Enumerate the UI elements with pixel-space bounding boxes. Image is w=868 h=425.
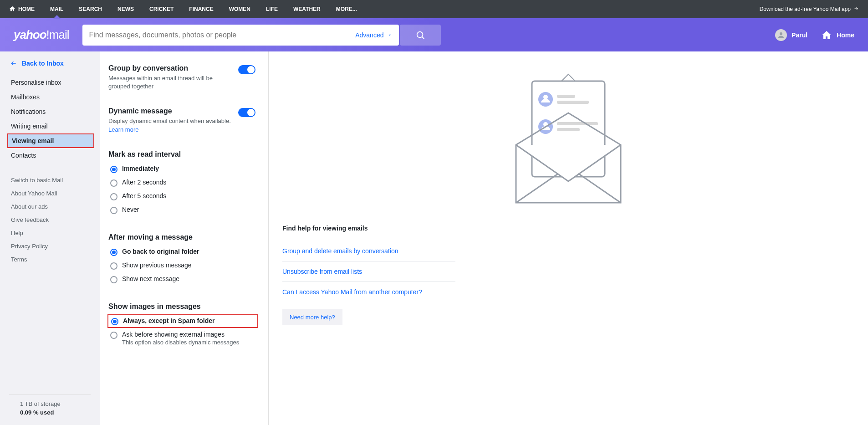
home-icon: [821, 30, 832, 41]
more-help-button[interactable]: Need more help?: [282, 309, 342, 325]
dynamic-message-desc: Display dynamic email content when avail…: [108, 117, 234, 133]
nav-home-label: HOME: [18, 6, 35, 12]
nav-more[interactable]: MORE...: [336, 0, 357, 18]
nav-search[interactable]: SEARCH: [79, 0, 102, 18]
sidebar-item-about[interactable]: About Yahoo Mail: [0, 187, 100, 200]
group-by-conversation-title: Group by conversation: [108, 64, 234, 72]
avatar: [775, 29, 787, 41]
radio-icon: [110, 166, 117, 173]
svg-rect-5: [557, 95, 575, 98]
logo[interactable]: yahoo!mail: [14, 28, 69, 42]
radio-icon: [110, 249, 117, 256]
radio-icon: [110, 276, 117, 283]
sidebar-item-terms[interactable]: Terms: [0, 253, 100, 266]
sidebar-item-privacy[interactable]: Privacy Policy: [0, 240, 100, 253]
read-5s-option[interactable]: After 5 seconds: [108, 189, 255, 203]
nav-home[interactable]: HOME: [9, 0, 35, 18]
moving-next-option[interactable]: Show next message: [108, 272, 255, 286]
read-never-option[interactable]: Never: [108, 203, 255, 217]
user-menu[interactable]: Parul: [775, 29, 807, 41]
download-app-link[interactable]: Download the ad-free Yahoo Mail app: [760, 6, 859, 13]
svg-point-0: [417, 31, 423, 37]
arrow-left-icon: [10, 60, 17, 67]
storage-used: 0.09 % used: [20, 409, 80, 416]
radio-icon: [110, 332, 117, 339]
username-label: Parul: [791, 31, 807, 39]
svg-rect-10: [557, 128, 580, 131]
nav-weather[interactable]: WEATHER: [293, 0, 321, 18]
help-title: Find help for viewing emails: [282, 225, 455, 232]
radio-icon: [111, 318, 118, 325]
images-always-option[interactable]: Always, except in Spam folder: [107, 314, 258, 328]
dynamic-message-toggle[interactable]: [238, 108, 255, 117]
settings-sidebar: Back to Inbox Personalise inbox Mailboxe…: [0, 51, 100, 425]
svg-point-4: [543, 95, 548, 99]
read-2s-option[interactable]: After 2 seconds: [108, 176, 255, 189]
sidebar-item-writing[interactable]: Writing email: [0, 119, 100, 133]
svg-rect-6: [557, 101, 589, 104]
search-icon: [415, 30, 425, 40]
nav-mail[interactable]: MAIL: [50, 0, 63, 18]
nav-women[interactable]: WOMEN: [229, 0, 250, 18]
header: yahoo!mail Advanced Parul Home: [0, 18, 868, 51]
radio-icon: [110, 193, 117, 200]
moving-goback-option[interactable]: Go back to original folder: [108, 245, 255, 259]
help-link-unsubscribe[interactable]: Unsubscribe from email lists: [282, 261, 455, 282]
back-to-inbox[interactable]: Back to Inbox: [0, 51, 100, 73]
search-input[interactable]: [82, 25, 349, 46]
home-button[interactable]: Home: [821, 30, 854, 41]
person-icon: [777, 31, 785, 39]
sidebar-item-personalise[interactable]: Personalise inbox: [0, 75, 100, 90]
home-icon: [9, 5, 15, 13]
nav-cricket[interactable]: CRICKET: [149, 0, 174, 18]
after-moving-title: After moving a message: [108, 233, 255, 241]
moving-prev-option[interactable]: Show previous message: [108, 259, 255, 272]
home-label: Home: [837, 31, 854, 39]
sidebar-item-viewing[interactable]: Viewing email: [7, 133, 94, 148]
nav-news[interactable]: NEWS: [117, 0, 134, 18]
group-by-conversation-desc: Messages within an email thread will be …: [108, 74, 234, 91]
sidebar-item-contacts[interactable]: Contacts: [0, 148, 100, 163]
storage-total: 1 TB of storage: [20, 400, 80, 407]
svg-point-1: [780, 32, 782, 35]
radio-icon: [110, 207, 117, 214]
sidebar-item-help[interactable]: Help: [0, 226, 100, 240]
sidebar-item-ads[interactable]: About our ads: [0, 200, 100, 213]
storage-meter: 1 TB of storage 0.09 % used: [9, 394, 91, 425]
radio-icon: [110, 179, 117, 187]
sidebar-item-notifications[interactable]: Notifications: [0, 104, 100, 119]
help-link-access[interactable]: Can I access Yahoo Mail from another com…: [282, 282, 455, 302]
dynamic-message-title: Dynamic message: [108, 107, 234, 115]
mark-as-read-title: Mark as read interval: [108, 150, 255, 159]
learn-more-link[interactable]: Learn more: [108, 126, 138, 133]
envelope-illustration: [282, 61, 854, 225]
search-button[interactable]: [400, 25, 441, 46]
radio-icon: [110, 262, 117, 270]
show-images-title: Show images in messages: [108, 302, 255, 311]
sidebar-item-mailboxes[interactable]: Mailboxes: [0, 90, 100, 104]
nav-life[interactable]: LIFE: [266, 0, 278, 18]
svg-rect-9: [557, 122, 598, 125]
sidebar-item-feedback[interactable]: Give feedback: [0, 213, 100, 226]
help-link-group[interactable]: Group and delete emails by conversation: [282, 241, 455, 261]
arrow-right-icon: [853, 6, 859, 13]
sidebar-item-basic[interactable]: Switch to basic Mail: [0, 174, 100, 187]
help-panel: Find help for viewing emails Group and d…: [269, 51, 868, 425]
search-box: Advanced: [82, 25, 399, 46]
nav-finance[interactable]: FINANCE: [189, 0, 213, 18]
advanced-search[interactable]: Advanced: [349, 31, 399, 39]
settings-panel: Group by conversation Messages within an…: [100, 51, 269, 425]
read-immediately-option[interactable]: Immediately: [108, 162, 255, 176]
top-nav: HOME MAIL SEARCH NEWS CRICKET FINANCE WO…: [0, 0, 868, 18]
chevron-down-icon: [387, 32, 393, 38]
images-ask-option[interactable]: Ask before showing external imagesThis o…: [108, 328, 255, 348]
group-by-conversation-toggle[interactable]: [238, 65, 255, 74]
